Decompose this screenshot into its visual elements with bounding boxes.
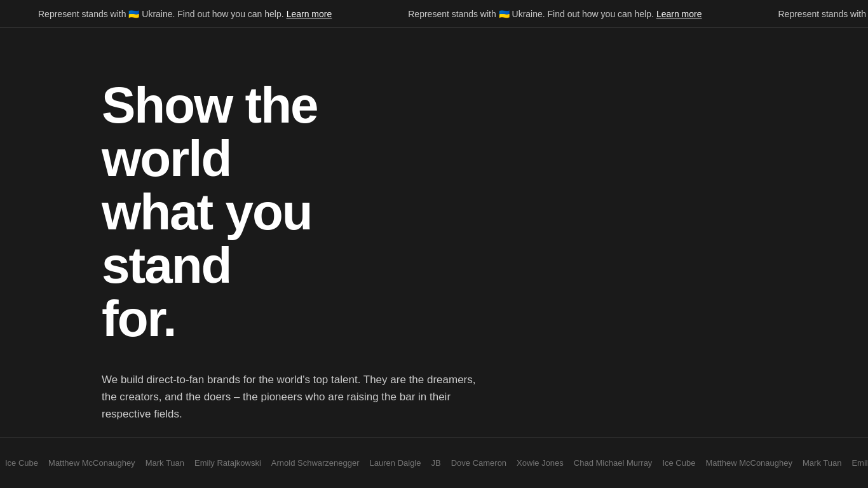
- talent-matthew-2: Matthew McConaughey: [700, 445, 797, 481]
- announcement-text: Represent stands with 🇺🇦 Ukraine. Find o…: [38, 9, 284, 19]
- talent-arnold: Arnold Schwarzenegger: [266, 445, 365, 481]
- talent-mark-2: Mark Tuan: [797, 445, 846, 481]
- talent-lauren: Lauren Daigle: [365, 445, 426, 481]
- announcement-text-2: Represent stands with 🇺🇦 Ukraine. Find o…: [408, 9, 654, 19]
- learn-more-link[interactable]: Learn more: [287, 9, 332, 19]
- talent-emily-2: Emily Ratajkowski: [846, 445, 868, 481]
- talent-ice-cube-2: Ice Cube: [657, 445, 700, 481]
- talent-ice-cube: Ice Cube: [0, 445, 43, 481]
- talent-mark: Mark Tuan: [140, 445, 189, 481]
- talent-xowie: Xowie Jones: [512, 445, 569, 481]
- hero-subtext: We build direct-to-fan brands for the wo…: [102, 371, 477, 423]
- talent-emily: Emily Ratajkowski: [189, 445, 266, 481]
- headline-line1: Show the worldwhat you standfor.: [102, 77, 318, 347]
- announcement-item-1: Represent stands with 🇺🇦 Ukraine. Find o…: [0, 9, 370, 19]
- page-wrapper: Represent stands with 🇺🇦 Ukraine. Find o…: [0, 0, 868, 488]
- announcement-track: Represent stands with 🇺🇦 Ukraine. Find o…: [0, 9, 868, 19]
- talent-jb: JB: [426, 445, 446, 481]
- announcement-item-2: Represent stands with 🇺🇦 Ukraine. Find o…: [370, 9, 740, 19]
- talent-matthew: Matthew McConaughey: [43, 445, 140, 481]
- announcement-item-3: Represent stands with 🇺🇦 Ukraine. Find o…: [740, 9, 869, 19]
- talent-dove: Dove Cameron: [446, 445, 512, 481]
- hero-headline: Show the worldwhat you standfor.: [102, 79, 432, 346]
- hero-section: Show the worldwhat you standfor. We buil…: [0, 28, 868, 437]
- announcement-text-3: Represent stands with 🇺🇦 Ukraine. Find o…: [778, 9, 869, 19]
- announcement-bar: Represent stands with 🇺🇦 Ukraine. Find o…: [0, 0, 868, 28]
- hero-text-block: Show the worldwhat you standfor. We buil…: [102, 79, 477, 423]
- talent-chad: Chad Michael Murray: [569, 445, 658, 481]
- talent-track: Ice Cube Matthew McConaughey Mark Tuan E…: [0, 445, 868, 481]
- learn-more-link-2[interactable]: Learn more: [656, 9, 702, 19]
- talent-strip: Ice Cube Matthew McConaughey Mark Tuan E…: [0, 437, 868, 488]
